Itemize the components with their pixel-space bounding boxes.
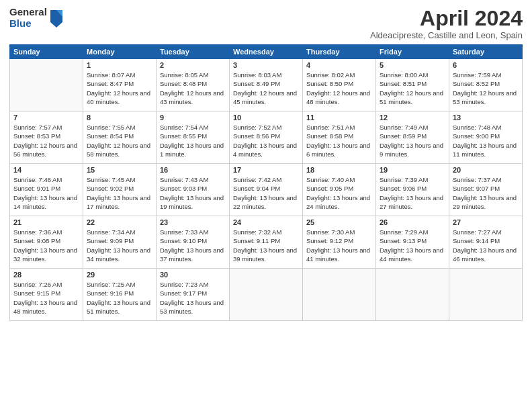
sunset: Sunset: 8:59 PM <box>380 132 445 140</box>
sunset: Sunset: 9:16 PM <box>87 289 152 298</box>
sunrise: Sunrise: 7:39 AM <box>380 175 445 184</box>
sunrise: Sunrise: 7:52 AM <box>233 123 299 132</box>
sunset: Sunset: 9:11 PM <box>233 236 299 245</box>
sunset: Sunset: 9:02 PM <box>87 184 152 193</box>
sunrise: Sunrise: 7:59 AM <box>453 71 519 79</box>
table-row: 17 Sunrise: 7:42 AM Sunset: 9:04 PM Dayl… <box>230 164 303 216</box>
logo-icon <box>49 9 64 29</box>
sunset: Sunset: 8:52 PM <box>453 79 519 88</box>
day-number: 13 <box>453 113 519 122</box>
daylight: Daylight: 13 hours and 6 minutes. <box>306 141 372 159</box>
sunrise: Sunrise: 7:42 AM <box>233 175 299 184</box>
sunset: Sunset: 9:17 PM <box>160 289 226 298</box>
day-number: 2 <box>160 61 226 69</box>
table-row: 1 Sunrise: 8:07 AM Sunset: 8:47 PM Dayli… <box>83 59 157 111</box>
sunrise: Sunrise: 7:27 AM <box>453 228 519 236</box>
table-row: 11 Sunrise: 7:51 AM Sunset: 8:58 PM Dayl… <box>303 111 376 164</box>
table-row: 7 Sunrise: 7:57 AM Sunset: 8:53 PM Dayli… <box>10 111 83 164</box>
day-number: 12 <box>380 113 445 122</box>
day-number: 24 <box>233 218 299 226</box>
day-info: Sunrise: 7:59 AM Sunset: 8:52 PM Dayligh… <box>453 71 519 106</box>
daylight: Daylight: 13 hours and 14 minutes. <box>13 193 79 212</box>
sunrise: Sunrise: 7:36 AM <box>13 228 79 236</box>
logo: General Blue <box>9 7 64 29</box>
table-row: 4 Sunrise: 8:02 AM Sunset: 8:50 PM Dayli… <box>303 59 376 111</box>
day-info: Sunrise: 8:00 AM Sunset: 8:51 PM Dayligh… <box>380 71 445 106</box>
table-row: 19 Sunrise: 7:39 AM Sunset: 9:06 PM Dayl… <box>376 164 449 216</box>
day-number: 9 <box>160 113 226 122</box>
daylight: Daylight: 12 hours and 43 minutes. <box>160 89 226 107</box>
sunrise: Sunrise: 8:05 AM <box>160 71 226 79</box>
day-number: 3 <box>233 61 299 69</box>
daylight: Daylight: 12 hours and 58 minutes. <box>87 141 152 159</box>
day-number: 19 <box>380 166 445 174</box>
table-row: 18 Sunrise: 7:40 AM Sunset: 9:05 PM Dayl… <box>303 164 376 216</box>
daylight: Daylight: 13 hours and 37 minutes. <box>160 246 226 264</box>
sunset: Sunset: 8:51 PM <box>380 79 445 88</box>
table-row: 20 Sunrise: 7:37 AM Sunset: 9:07 PM Dayl… <box>449 164 523 216</box>
sunset: Sunset: 9:03 PM <box>160 184 226 193</box>
sunset: Sunset: 8:47 PM <box>87 79 152 88</box>
sunset: Sunset: 9:07 PM <box>453 184 519 193</box>
day-number: 21 <box>13 218 79 226</box>
header-tuesday: Tuesday <box>157 45 230 59</box>
daylight: Daylight: 13 hours and 29 minutes. <box>453 193 519 212</box>
sunrise: Sunrise: 8:03 AM <box>233 71 299 79</box>
day-number: 10 <box>233 113 299 122</box>
day-number: 1 <box>87 61 152 69</box>
day-number: 16 <box>160 166 226 174</box>
header: General Blue April 2024 Aldeacipreste, C… <box>9 7 523 40</box>
table-row: 15 Sunrise: 7:45 AM Sunset: 9:02 PM Dayl… <box>83 164 157 216</box>
table-row <box>376 269 449 321</box>
daylight: Daylight: 13 hours and 41 minutes. <box>306 246 372 264</box>
day-info: Sunrise: 7:43 AM Sunset: 9:03 PM Dayligh… <box>160 175 226 211</box>
day-info: Sunrise: 7:42 AM Sunset: 9:04 PM Dayligh… <box>233 175 299 211</box>
daylight: Daylight: 13 hours and 32 minutes. <box>13 246 79 264</box>
day-info: Sunrise: 7:30 AM Sunset: 9:12 PM Dayligh… <box>306 228 372 263</box>
page: General Blue April 2024 Aldeacipreste, C… <box>0 0 532 411</box>
sunrise: Sunrise: 8:00 AM <box>380 71 445 79</box>
day-info: Sunrise: 8:02 AM Sunset: 8:50 PM Dayligh… <box>306 71 372 106</box>
sunrise: Sunrise: 7:25 AM <box>87 280 152 289</box>
day-number: 23 <box>160 218 226 226</box>
day-number: 14 <box>13 166 79 174</box>
sunset: Sunset: 9:08 PM <box>13 236 79 245</box>
sunrise: Sunrise: 7:48 AM <box>453 123 519 132</box>
sunset: Sunset: 8:53 PM <box>13 132 79 140</box>
day-info: Sunrise: 7:32 AM Sunset: 9:11 PM Dayligh… <box>233 228 299 263</box>
sunset: Sunset: 8:56 PM <box>233 132 299 140</box>
title-section: April 2024 Aldeacipreste, Castille and L… <box>370 7 523 40</box>
table-row: 8 Sunrise: 7:55 AM Sunset: 8:54 PM Dayli… <box>83 111 157 164</box>
table-row: 2 Sunrise: 8:05 AM Sunset: 8:48 PM Dayli… <box>157 59 230 111</box>
day-number: 17 <box>233 166 299 174</box>
sunset: Sunset: 9:06 PM <box>380 184 445 193</box>
day-number: 8 <box>87 113 152 122</box>
sunset: Sunset: 9:14 PM <box>453 236 519 245</box>
day-info: Sunrise: 7:49 AM Sunset: 8:59 PM Dayligh… <box>380 123 445 158</box>
daylight: Daylight: 13 hours and 1 minute. <box>160 141 226 159</box>
header-sunday: Sunday <box>10 45 83 59</box>
table-row: 5 Sunrise: 8:00 AM Sunset: 8:51 PM Dayli… <box>376 59 449 111</box>
sunset: Sunset: 8:49 PM <box>233 79 299 88</box>
day-info: Sunrise: 7:45 AM Sunset: 9:02 PM Dayligh… <box>87 175 152 211</box>
day-info: Sunrise: 7:37 AM Sunset: 9:07 PM Dayligh… <box>453 175 519 211</box>
sunset: Sunset: 9:05 PM <box>306 184 372 193</box>
sunrise: Sunrise: 7:55 AM <box>87 123 152 132</box>
sunrise: Sunrise: 7:40 AM <box>306 175 372 184</box>
sunrise: Sunrise: 7:32 AM <box>233 228 299 236</box>
table-row: 16 Sunrise: 7:43 AM Sunset: 9:03 PM Dayl… <box>157 164 230 216</box>
table-row: 3 Sunrise: 8:03 AM Sunset: 8:49 PM Dayli… <box>230 59 303 111</box>
day-number: 7 <box>13 113 79 122</box>
day-info: Sunrise: 8:07 AM Sunset: 8:47 PM Dayligh… <box>87 71 152 106</box>
sunrise: Sunrise: 7:51 AM <box>306 123 372 132</box>
table-row: 24 Sunrise: 7:32 AM Sunset: 9:11 PM Dayl… <box>230 216 303 269</box>
daylight: Daylight: 13 hours and 39 minutes. <box>233 246 299 264</box>
day-info: Sunrise: 7:52 AM Sunset: 8:56 PM Dayligh… <box>233 123 299 158</box>
table-row: 12 Sunrise: 7:49 AM Sunset: 8:59 PM Dayl… <box>376 111 449 164</box>
day-info: Sunrise: 8:03 AM Sunset: 8:49 PM Dayligh… <box>233 71 299 106</box>
daylight: Daylight: 13 hours and 9 minutes. <box>380 141 445 159</box>
table-row: 28 Sunrise: 7:26 AM Sunset: 9:15 PM Dayl… <box>10 269 83 321</box>
table-row: 21 Sunrise: 7:36 AM Sunset: 9:08 PM Dayl… <box>10 216 83 269</box>
day-number: 20 <box>453 166 519 174</box>
day-number: 18 <box>306 166 372 174</box>
